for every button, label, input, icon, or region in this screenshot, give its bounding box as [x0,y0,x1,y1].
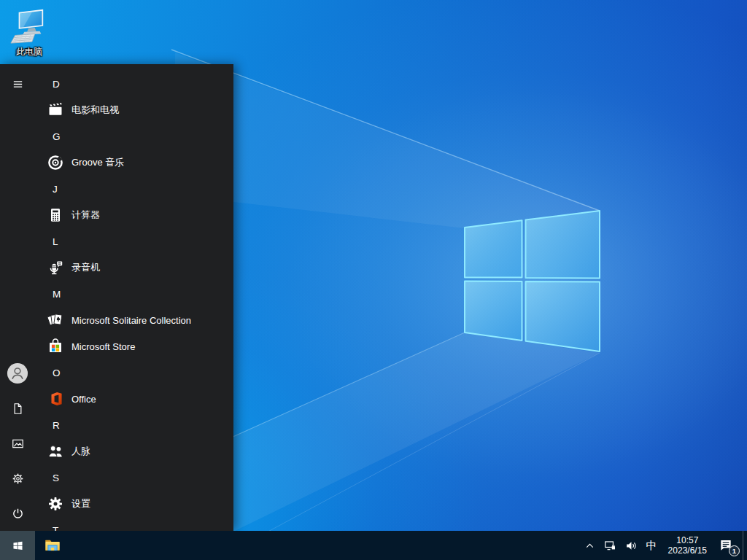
section-letter: D [53,79,60,90]
tray-volume-button[interactable] [621,531,642,560]
app-list-item[interactable]: 录音机 [35,254,233,281]
rail-menu-expand-button[interactable] [0,66,35,101]
section-letter: G [53,131,61,142]
app-list-item[interactable]: Microsoft Store [35,333,233,359]
tray-ime-indicator[interactable]: 中 [642,531,662,560]
rail-settings-button[interactable] [0,461,35,496]
store-icon [47,338,64,355]
office-icon [47,390,64,408]
section-letter: J [53,184,58,195]
rail-power-button[interactable] [0,496,35,531]
this-pc-icon [9,6,49,45]
file-explorer-button[interactable] [35,531,70,560]
settings-icon [47,495,64,513]
taskbar: 中 10:57 2023/6/15 1 [0,531,747,560]
notification-badge: 1 [729,545,740,556]
start-button[interactable] [0,531,35,560]
start-menu-app-list: D电影和电视GGroove 音乐J计算器L录音机MMicrosoft Solit… [35,71,233,531]
solitaire-icon [47,311,64,329]
app-list-item[interactable]: Microsoft Solitaire Collection [35,307,233,333]
desktop: 此电脑 D电影和电视GGroove 音乐J计算器L录音机MMicrosoft S… [0,0,747,560]
recorder-icon [47,259,64,276]
app-list-section-header[interactable]: O [35,359,233,386]
app-list-item[interactable]: 人脉 [35,438,233,464]
app-list-section-header[interactable]: R [35,412,233,438]
section-letter: S [53,472,59,483]
user-icon [7,362,28,384]
app-label: Office [71,394,96,405]
app-list-item[interactable]: 设置 [35,491,233,517]
section-letter: R [53,420,60,431]
app-list-section-header[interactable]: J [35,176,233,202]
chevron-up-icon [584,540,596,552]
ime-mode-label: 中 [646,539,657,553]
section-letter: T [53,525,58,532]
app-list-section-header[interactable]: G [35,123,233,149]
file-explorer-icon [43,536,62,555]
app-list-section-header[interactable]: D [35,71,233,97]
rail-user-account-button[interactable] [0,356,35,391]
clock-date: 2023/6/15 [668,545,707,556]
section-letter: M [53,289,61,300]
app-label: 计算器 [71,209,100,222]
start-menu-rail [0,64,35,531]
power-icon [11,507,25,521]
settings-outline-icon [11,472,25,486]
groove-icon [47,154,64,171]
desktop-icon-this-pc[interactable]: 此电脑 [4,6,54,58]
windows-start-icon [12,540,24,552]
app-label: Microsoft Solitaire Collection [71,315,191,326]
section-letter: O [53,368,61,378]
volume-icon [624,539,638,553]
show-desktop-button[interactable] [743,531,747,560]
desktop-icon-label: 此电脑 [16,46,42,58]
app-list-item[interactable]: Office [35,386,233,412]
app-label: 设置 [71,497,90,510]
app-label: Microsoft Store [71,341,135,352]
section-letter: L [53,236,58,247]
hamburger-icon [12,78,24,90]
network-ethernet-icon [603,539,617,553]
app-label: 电影和电视 [71,104,119,117]
system-tray: 中 10:57 2023/6/15 1 [580,531,747,560]
documents-icon [11,402,25,416]
rail-documents-button[interactable] [0,391,35,426]
app-list-item[interactable]: 电影和电视 [35,97,233,123]
app-list-item[interactable]: Groove 音乐 [35,149,233,176]
app-list-section-header[interactable]: L [35,228,233,254]
app-label: 录音机 [71,261,100,274]
rail-pictures-button[interactable] [0,426,35,461]
movies-tv-icon [47,101,64,119]
clock-time: 10:57 [676,535,698,546]
app-list-section-header[interactable]: S [35,464,233,491]
app-label: Groove 音乐 [71,156,124,169]
pictures-icon [11,437,25,451]
tray-clock[interactable]: 10:57 2023/6/15 [662,535,713,556]
app-list-section-header[interactable]: T [35,517,233,531]
app-list-section-header[interactable]: M [35,281,233,307]
action-center-button[interactable]: 1 [713,531,743,560]
calculator-icon [47,206,64,224]
start-menu: D电影和电视GGroove 音乐J计算器L录音机MMicrosoft Solit… [0,64,233,531]
tray-show-hidden-icons-button[interactable] [580,531,600,560]
app-list-item[interactable]: 计算器 [35,202,233,228]
tray-network-button[interactable] [600,531,621,560]
people-icon [47,443,64,460]
app-label: 人脉 [71,445,90,458]
